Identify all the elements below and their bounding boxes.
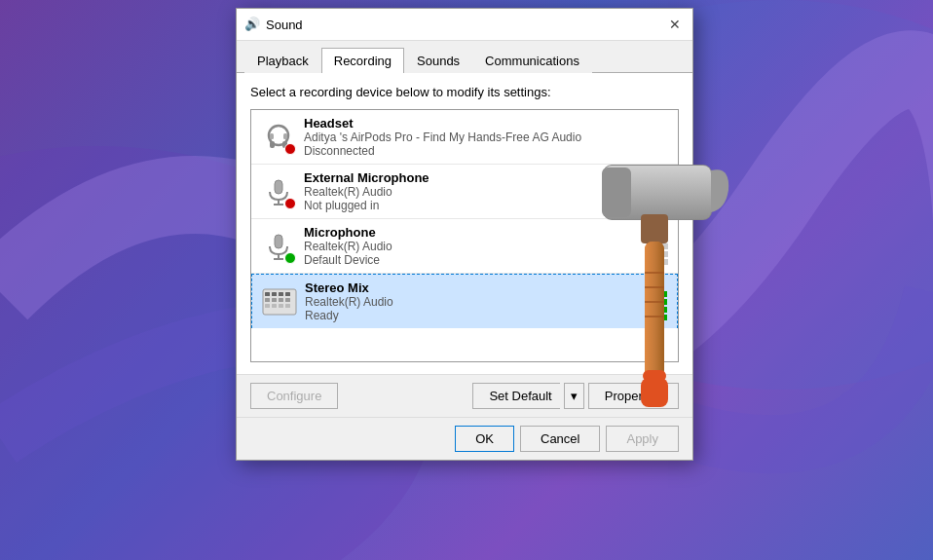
svg-rect-14	[265, 292, 270, 296]
cancel-button[interactable]: Cancel	[520, 426, 600, 452]
stereo-mix-info: Stereo Mix Realtek(R) Audio Ready	[305, 280, 652, 322]
mic-status-dot	[284, 252, 296, 264]
svg-rect-22	[265, 304, 270, 308]
svg-rect-16	[279, 292, 283, 296]
stereo-mix-icon	[262, 288, 297, 316]
headset-info: Headset Aditya 's AirPods Pro - Find My …	[304, 116, 670, 158]
headset-status-dot	[284, 143, 296, 155]
tab-sounds[interactable]: Sounds	[404, 48, 472, 73]
svg-rect-24	[279, 304, 283, 308]
set-default-dropdown[interactable]: ▾	[564, 383, 584, 409]
device-mic[interactable]: Microphone Realtek(R) Audio Default Devi…	[251, 219, 678, 274]
svg-rect-18	[265, 298, 270, 302]
svg-rect-25	[285, 304, 290, 308]
device-stereo-mix[interactable]: Stereo Mix Realtek(R) Audio Ready	[251, 274, 678, 328]
ext-mic-icon-wrap	[259, 172, 298, 211]
device-list[interactable]: Headset Aditya 's AirPods Pro - Find My …	[250, 109, 679, 362]
mic-icon-wrap	[259, 227, 298, 266]
stereo-mix-level-bar	[657, 283, 669, 320]
mic-desc: Realtek(R) Audio	[304, 240, 653, 253]
btn-group-left: Configure	[250, 383, 338, 409]
device-headset[interactable]: Headset Aditya 's AirPods Pro - Find My …	[251, 110, 678, 165]
ok-cancel-row: OK Cancel Apply	[237, 417, 692, 460]
headset-desc: Aditya 's AirPods Pro - Find My Hands-Fr…	[304, 131, 670, 144]
mic-status: Default Device	[304, 253, 653, 267]
action-buttons-row: Configure Set Default ▾ Properties	[237, 374, 692, 417]
device-ext-mic[interactable]: External Microphone Realtek(R) Audio Not…	[251, 165, 678, 219]
headset-status: Disconnected	[304, 144, 670, 158]
tab-communications[interactable]: Communications	[472, 48, 592, 73]
properties-button[interactable]: Properties	[588, 383, 679, 409]
svg-rect-21	[285, 298, 290, 302]
tab-recording[interactable]: Recording	[321, 48, 404, 73]
svg-rect-15	[272, 292, 277, 296]
svg-rect-19	[272, 298, 277, 302]
svg-rect-7	[275, 180, 282, 194]
svg-rect-6	[283, 133, 287, 139]
btn-group-right: Set Default ▾ Properties	[472, 383, 679, 409]
ext-mic-desc: Realtek(R) Audio	[304, 185, 670, 199]
apply-button[interactable]: Apply	[606, 426, 679, 452]
svg-rect-23	[272, 304, 277, 308]
title-bar-left: 🔊 Sound	[244, 17, 303, 32]
ext-mic-name: External Microphone	[304, 170, 670, 185]
svg-rect-20	[279, 298, 283, 302]
headset-name: Headset	[304, 116, 670, 131]
tab-playback[interactable]: Playback	[244, 48, 321, 73]
mic-name: Microphone	[304, 225, 653, 240]
svg-rect-10	[275, 235, 282, 248]
set-default-button[interactable]: Set Default	[472, 383, 559, 409]
extmic-status-dot	[284, 198, 296, 209]
sound-dialog: 🔊 Sound ✕ Playback Recording Sounds Comm…	[236, 8, 693, 461]
mic-level-bar	[658, 228, 670, 265]
instruction-text: Select a recording device below to modif…	[250, 85, 679, 99]
svg-rect-17	[285, 292, 290, 296]
headset-icon-wrap	[259, 118, 298, 157]
stereo-mix-desc: Realtek(R) Audio	[305, 295, 652, 309]
svg-rect-5	[270, 133, 274, 139]
title-bar: 🔊 Sound ✕	[237, 9, 692, 41]
ok-button[interactable]: OK	[455, 426, 514, 452]
stereo-mix-status: Ready	[305, 309, 652, 322]
window-title: Sound	[266, 18, 303, 32]
mic-info: Microphone Realtek(R) Audio Default Devi…	[304, 225, 653, 267]
configure-button[interactable]: Configure	[250, 383, 338, 409]
close-button[interactable]: ✕	[665, 15, 685, 34]
content-area: Select a recording device below to modif…	[237, 73, 692, 374]
ext-mic-info: External Microphone Realtek(R) Audio Not…	[304, 170, 670, 212]
svg-rect-3	[270, 141, 275, 148]
ext-mic-status: Not plugged in	[304, 199, 670, 212]
stereo-mix-icon-wrap	[260, 282, 299, 321]
tab-bar: Playback Recording Sounds Communications	[237, 41, 692, 73]
stereo-mix-name: Stereo Mix	[305, 280, 652, 295]
window-icon: 🔊	[244, 17, 260, 32]
